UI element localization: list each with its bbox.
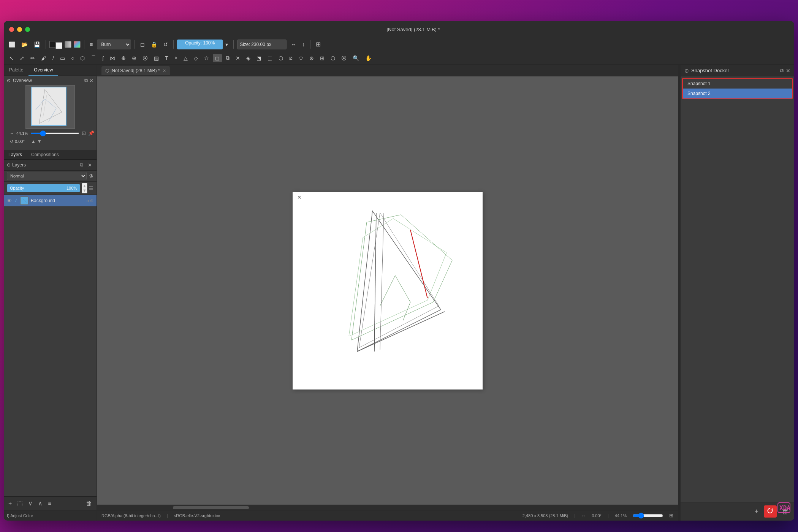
zoom-tool[interactable]: 🔍 bbox=[350, 54, 361, 62]
pattern-btn[interactable] bbox=[65, 41, 71, 48]
tab-compositions[interactable]: Compositions bbox=[27, 150, 63, 159]
sel-contiguous-tool[interactable]: ⊛ bbox=[307, 54, 316, 62]
canvas-tab[interactable]: ⬡ [Not Saved] (28.1 MiB) * × bbox=[101, 66, 170, 75]
status-screen-btn[interactable]: ⊞ bbox=[669, 513, 673, 518]
horizontal-scrollbar[interactable] bbox=[97, 505, 678, 510]
refresh-btn[interactable]: ↺ bbox=[162, 41, 170, 48]
paint-tool[interactable]: 🖌 bbox=[39, 54, 49, 62]
tab-overview[interactable]: Overview bbox=[28, 65, 58, 76]
magnetic-selection-tool[interactable]: ⦿ bbox=[339, 54, 349, 62]
rotation-stepper-down[interactable]: ▼ bbox=[37, 139, 42, 144]
layers-close-btn[interactable]: ✕ bbox=[86, 161, 93, 169]
open-btn[interactable]: 📂 bbox=[19, 41, 30, 48]
sel-color-tool[interactable]: ⊞ bbox=[318, 54, 327, 62]
contiguous-selection-tool[interactable]: ⬡ bbox=[328, 54, 337, 62]
layer-visibility-icon[interactable]: 👁 bbox=[7, 198, 12, 204]
scrollbar-thumb-h[interactable] bbox=[173, 506, 249, 509]
blend-mode-select[interactable]: Burn bbox=[97, 40, 131, 49]
bezier-tool[interactable]: ⋈ bbox=[108, 54, 117, 62]
rect-tool[interactable]: ▭ bbox=[58, 54, 67, 62]
restore-snapshot-btn[interactable] bbox=[764, 505, 777, 518]
snapshot-item-1[interactable]: Snapshot 1 bbox=[683, 79, 792, 89]
zoom-fit-btn[interactable]: ⊡ bbox=[82, 130, 86, 136]
crop-tool[interactable]: ⌖ bbox=[172, 54, 180, 62]
rotation-stepper-up[interactable]: ▲ bbox=[31, 139, 36, 144]
sidebar-status-bar: I) Adjust Color bbox=[4, 510, 97, 521]
zoom-pin-btn[interactable]: 📌 bbox=[88, 130, 94, 136]
group-layer-btn[interactable]: ⬚ bbox=[16, 499, 24, 508]
opacity-stepper[interactable]: ▲▼ bbox=[82, 183, 87, 193]
select-tool[interactable]: ↖ bbox=[7, 54, 16, 62]
clear-btn[interactable]: ◻ bbox=[138, 41, 147, 48]
zoom-slider[interactable] bbox=[30, 133, 79, 134]
smudge-tool[interactable]: ☆ bbox=[202, 54, 211, 62]
layer-list-options[interactable]: ☰ bbox=[89, 185, 93, 191]
layer-name: Background bbox=[31, 198, 84, 203]
clone-tool[interactable]: ⧉ bbox=[223, 54, 232, 62]
snapshot-item-2[interactable]: Snapshot 2 bbox=[683, 89, 792, 98]
overview-copy-btn[interactable]: ⧉ bbox=[84, 78, 88, 84]
eyedropper-tool[interactable]: ◇ bbox=[192, 54, 200, 62]
path-tool[interactable]: ⌒ bbox=[89, 54, 98, 63]
sel-path-tool[interactable]: ⬭ bbox=[296, 54, 306, 62]
lock-btn[interactable]: 🔒 bbox=[149, 41, 159, 48]
right-panel-copy-btn[interactable]: ⧉ bbox=[780, 67, 784, 74]
mirror-h-btn[interactable]: ↔ bbox=[289, 41, 298, 48]
polygon-tool[interactable]: ⬡ bbox=[78, 54, 87, 62]
layout-btn[interactable]: ⊞ bbox=[314, 40, 323, 49]
right-panel-close-btn[interactable]: ✕ bbox=[786, 67, 790, 74]
add-layer-btn[interactable]: + bbox=[7, 499, 13, 508]
new-doc-btn[interactable]: ⬜ bbox=[7, 41, 17, 48]
layer-item-background[interactable]: 👁 ✓ Background α ⊕ bbox=[4, 195, 97, 206]
curve-tool[interactable]: ∫ bbox=[100, 54, 106, 62]
layer-inherit-alpha-icon[interactable]: α bbox=[87, 198, 89, 203]
layer-lock-alpha-icon[interactable]: ⊕ bbox=[90, 198, 93, 203]
flatten-btn[interactable]: ∨ bbox=[27, 499, 34, 508]
tab-layers[interactable]: Layers bbox=[4, 150, 27, 159]
delete-layer-btn[interactable]: 🗑 bbox=[84, 499, 93, 508]
gradient-tool[interactable]: ▨ bbox=[152, 54, 161, 62]
mirror-v-btn[interactable]: ↕ bbox=[300, 41, 307, 48]
multibrush-tool[interactable]: ❋ bbox=[119, 54, 128, 62]
layer-filter-btn[interactable]: ⚗ bbox=[89, 173, 93, 179]
opacity-dropdown[interactable]: ▾ bbox=[223, 41, 230, 48]
status-rotation: ↔ bbox=[581, 513, 586, 518]
canvas-tab-close[interactable]: × bbox=[163, 68, 166, 74]
size-control[interactable]: Size: 230.00 px bbox=[237, 40, 287, 49]
layer-blend-select[interactable]: Normal bbox=[7, 172, 87, 180]
canvas-viewport[interactable]: ✕ bbox=[97, 76, 678, 505]
save-btn[interactable]: 💾 bbox=[32, 41, 42, 48]
eraser-tool[interactable]: ◻ bbox=[213, 54, 222, 62]
layers-copy-btn[interactable]: ⧉ bbox=[78, 161, 85, 169]
line-tool[interactable]: / bbox=[50, 54, 56, 62]
overview-close-btn[interactable]: ✕ bbox=[89, 78, 93, 84]
wrap-tool[interactable]: ⊕ bbox=[130, 54, 139, 62]
zoom-status-slider[interactable] bbox=[633, 513, 663, 519]
move-layer-up-btn[interactable]: ∧ bbox=[36, 499, 44, 508]
tab-palette[interactable]: Palette bbox=[4, 65, 28, 76]
sel-ellipse-tool[interactable]: ⬡ bbox=[276, 54, 285, 62]
ellipse-tool[interactable]: ○ bbox=[69, 54, 76, 62]
freehand-tool[interactable]: ✏ bbox=[28, 54, 37, 62]
smart-patch-tool[interactable]: ◈ bbox=[244, 54, 253, 62]
add-snapshot-btn[interactable]: + bbox=[753, 506, 760, 517]
overview-thumbnail bbox=[25, 85, 75, 129]
pan-tool[interactable]: ✋ bbox=[363, 54, 374, 62]
minimize-button[interactable] bbox=[17, 27, 22, 32]
text-tool[interactable]: T bbox=[163, 54, 171, 62]
close-button[interactable] bbox=[9, 27, 14, 32]
background-color[interactable] bbox=[55, 42, 62, 49]
measure-tool[interactable]: △ bbox=[181, 54, 190, 62]
opacity-bar[interactable]: Opacity 100% bbox=[7, 184, 80, 192]
heal-tool[interactable]: ✕ bbox=[233, 54, 242, 62]
gradient-btn[interactable] bbox=[74, 41, 81, 48]
transform-tool[interactable]: ⤢ bbox=[17, 54, 27, 62]
options-btn[interactable]: ≡ bbox=[88, 41, 95, 48]
maximize-button[interactable] bbox=[25, 27, 30, 32]
opacity-control[interactable]: Opacity: 100% bbox=[177, 40, 223, 49]
perspective-tool[interactable]: ⬔ bbox=[254, 54, 264, 62]
fill-tool[interactable]: ⦿ bbox=[140, 54, 150, 62]
layer-properties-btn[interactable]: ≡ bbox=[46, 499, 53, 508]
sel-rect-tool[interactable]: ⬚ bbox=[265, 54, 275, 62]
sel-polygon-tool[interactable]: ⧄ bbox=[287, 54, 295, 62]
